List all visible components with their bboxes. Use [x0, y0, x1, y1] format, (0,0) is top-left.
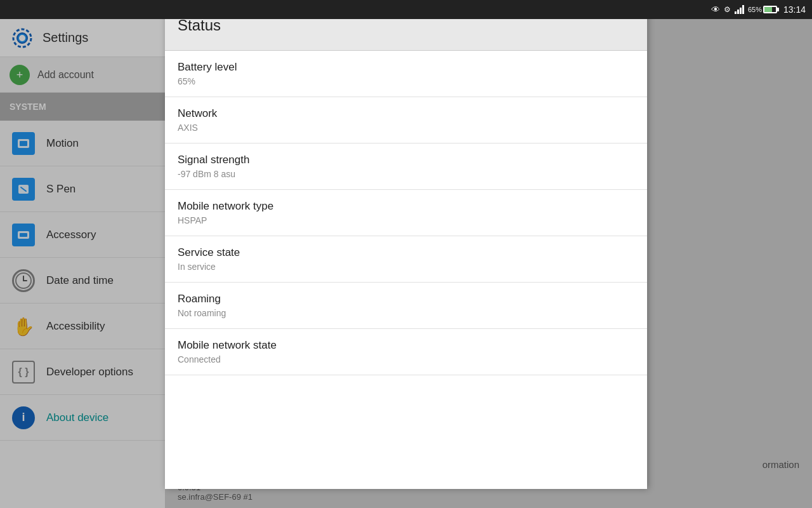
settings-icon: ⚙ [724, 5, 731, 14]
dialog-item-value-service-state: In service [178, 262, 634, 272]
dialog-item-mobile-network-state: Mobile network state Connected [165, 329, 647, 375]
battery-percent-label: 65% [748, 6, 762, 13]
status-icons: 👁 ⚙ 65% 13:14 [711, 4, 806, 15]
dialog-item-value-mobile-network-type: HSPAP [178, 215, 634, 225]
dialog-item-title-battery-level: Battery level [178, 61, 634, 74]
eye-icon: 👁 [711, 4, 720, 15]
dialog-item-title-signal-strength: Signal strength [178, 154, 634, 166]
dialog-item-value-battery-level: 65% [178, 76, 634, 86]
dialog-item-mobile-network-type: Mobile network type HSPAP [165, 190, 647, 236]
dialog-item-value-signal-strength: -97 dBm 8 asu [178, 169, 634, 179]
dialog-item-service-state: Service state In service [165, 236, 647, 283]
status-dialog: Status Battery level 65% Network AXIS Si… [165, 0, 647, 489]
dialog-item-title-service-state: Service state [178, 246, 634, 259]
dialog-item-battery-level: Battery level 65% [165, 51, 647, 97]
dialog-item-value-roaming: Not roaming [178, 308, 634, 318]
dialog-items-container: Battery level 65% Network AXIS Signal st… [165, 51, 647, 375]
dialog-item-roaming: Roaming Not roaming [165, 283, 647, 329]
dialog-item-title-roaming: Roaming [178, 293, 634, 305]
time-label: 13:14 [783, 4, 806, 15]
battery-icon: 65% [748, 6, 777, 13]
dialog-item-value-network: AXIS [178, 123, 634, 133]
status-bar: 👁 ⚙ 65% 13:14 [0, 0, 812, 19]
dialog-item-title-network: Network [178, 107, 634, 120]
dialog-item-network: Network AXIS [165, 97, 647, 144]
dialog-item-value-mobile-network-state: Connected [178, 354, 634, 364]
dialog-item-title-mobile-network-type: Mobile network type [178, 200, 634, 213]
signal-icon [735, 5, 744, 14]
dialog-item-title-mobile-network-state: Mobile network state [178, 339, 634, 352]
dialog-item-signal-strength: Signal strength -97 dBm 8 asu [165, 144, 647, 190]
